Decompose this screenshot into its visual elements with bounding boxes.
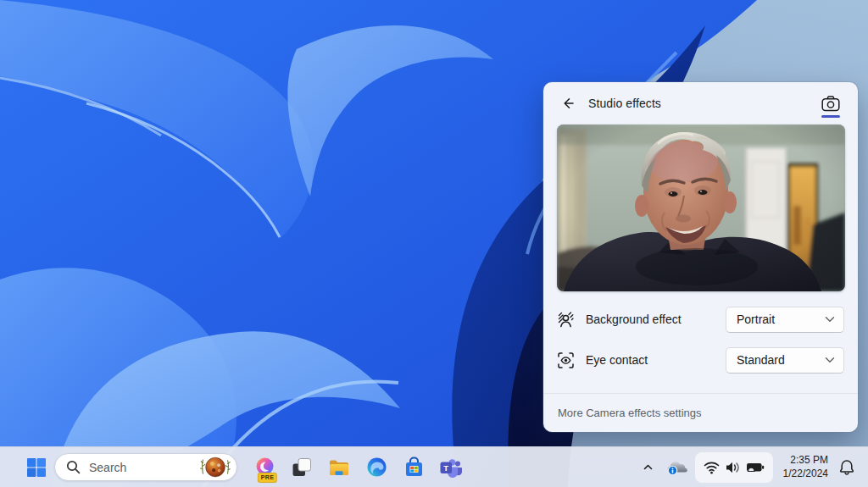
eye-contact-icon [557,351,575,369]
taskbar-app-task-view[interactable] [283,450,320,485]
taskbar-app-edge[interactable] [358,450,395,485]
bing-daily-icon [198,455,232,480]
file-explorer-icon [328,457,350,479]
pinned-apps: PRE [246,450,470,485]
back-button[interactable] [555,91,581,116]
clock-tray-button[interactable]: 2:35 PM 1/22/2024 [777,451,830,484]
camera-icon [821,96,840,112]
show-hidden-icons-button[interactable] [636,451,659,484]
taskbar-app-copilot[interactable]: PRE [246,450,283,485]
windows-logo-icon [26,457,47,478]
wifi-icon [704,461,720,474]
chevron-down-icon [825,316,835,323]
search-placeholder: Search [89,461,198,474]
taskbar-app-file-explorer[interactable] [320,450,358,485]
taskbar-app-teams[interactable]: T [432,450,470,485]
camera-tab-active-indicator [821,115,840,118]
battery-charging-icon [746,461,765,473]
copilot-pre-badge: PRE [258,473,277,483]
edge-icon [366,457,387,478]
chevron-up-icon [643,462,654,473]
eye-contact-dropdown[interactable]: Standard [726,347,844,374]
tray-time: 2:35 PM [790,454,828,468]
search-box[interactable]: Search [54,453,237,481]
quick-settings-button[interactable] [695,452,773,483]
eye-contact-label: Eye contact [586,353,648,367]
effects-rows: Background effect Portrait [543,291,858,380]
teams-logo-letter: T [443,463,448,473]
background-effect-dropdown[interactable]: Portrait [726,307,844,333]
onedrive-tray-button[interactable] [664,451,691,484]
start-button[interactable] [21,451,52,484]
eye-contact-value: Standard [737,353,785,367]
notification-bell-icon [839,459,854,475]
more-camera-settings-link[interactable]: More Camera effects settings [543,394,858,432]
chevron-down-icon [825,357,835,363]
search-icon [66,460,81,474]
onedrive-cloud-icon [666,459,688,476]
notifications-button[interactable] [834,451,860,484]
speaker-icon [725,461,741,474]
tray-date: 1/22/2024 [783,468,828,481]
microsoft-store-icon [403,457,425,478]
teams-icon: T [440,457,462,479]
studio-effects-flyout: Studio effects [543,82,858,432]
taskbar: Search [0,446,868,487]
background-effect-icon [557,311,575,329]
camera-preview [557,125,845,291]
taskbar-left-cluster: Search [21,447,470,487]
flyout-header: Studio effects [543,82,858,125]
camera-tab[interactable] [818,89,843,118]
taskbar-app-microsoft-store[interactable] [395,450,432,485]
panel-title: Studio effects [588,97,661,110]
system-tray: 2:35 PM 1/22/2024 [636,447,860,487]
arrow-left-icon [561,97,575,110]
background-effect-label: Background effect [586,313,682,326]
task-view-icon [292,457,312,478]
webcam-frame [557,125,845,291]
eye-contact-row: Eye contact Standard [557,340,844,380]
background-effect-row: Background effect Portrait [557,299,844,340]
background-effect-value: Portrait [737,313,775,326]
